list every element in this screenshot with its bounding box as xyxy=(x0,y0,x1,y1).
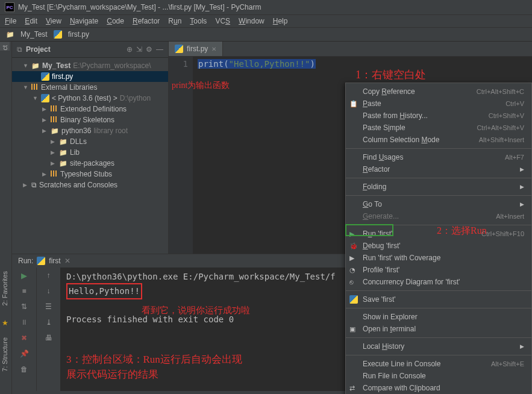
scroll-end-icon[interactable]: ⤓ xyxy=(43,317,54,328)
menu-run[interactable]: Run xyxy=(168,17,181,25)
context-menu-item[interactable]: ▶Run 'first'Ctrl+Shift+F10 xyxy=(346,228,531,240)
scroll-from-source-icon[interactable]: ⊕ xyxy=(127,45,133,54)
menu-item-label: Go To xyxy=(363,200,382,208)
close-tab-icon[interactable]: ✕ xyxy=(211,46,216,52)
menu-item-label: Run 'first' xyxy=(363,230,392,238)
context-menu-item[interactable]: Paste SimpleCtrl+Alt+Shift+V xyxy=(346,122,531,134)
tree-external-libraries[interactable]: ▼ External Libraries xyxy=(12,82,168,93)
project-view-icon[interactable]: ⧉ xyxy=(17,45,22,54)
folder-icon xyxy=(51,127,59,135)
window-title: My_Test [E:\Pycharm_workspace\My_Test] -… xyxy=(18,3,261,11)
context-menu-item[interactable]: Run File in Console xyxy=(346,370,531,382)
menu-item-icon: 🐞 xyxy=(349,242,358,250)
print-icon[interactable]: 🖶 xyxy=(43,333,54,343)
context-menu-item[interactable]: Paste from History...Ctrl+Shift+V xyxy=(346,110,531,122)
folder-icon xyxy=(59,148,67,157)
context-menu-separator xyxy=(346,308,531,308)
editor-tab-first[interactable]: first.py ✕ xyxy=(169,42,223,56)
rerun-icon[interactable]: ▶ xyxy=(19,270,30,281)
context-menu-item[interactable]: Refactor▶ xyxy=(346,163,531,175)
context-menu-item[interactable]: Local History▶ xyxy=(346,340,531,352)
context-menu-item[interactable]: ⇄Compare with Clipboard xyxy=(346,382,531,394)
run-toolbar-left: ▶ ■ ⇅ ⏸ ✖ 📌 🗑 xyxy=(12,265,36,391)
context-menu-item[interactable]: Find UsagesAlt+F7 xyxy=(346,151,531,163)
tree-python-env[interactable]: ▼ < Python 3.6 (test) > D:\python xyxy=(12,93,168,104)
menu-item-shortcut: Ctrl+Alt+Shift+C xyxy=(477,88,524,95)
context-menu-item[interactable]: 📋PasteCtrl+V xyxy=(346,98,531,110)
menu-item-label: Copy Reference xyxy=(363,87,415,96)
menu-file[interactable]: File xyxy=(5,17,16,25)
context-menu-item[interactable]: Go To▶ xyxy=(346,198,531,210)
menu-item-label: Execute Line in Console xyxy=(363,360,440,368)
context-menu-item[interactable]: Save 'first' xyxy=(346,293,531,305)
menu-vcs[interactable]: VCS xyxy=(215,17,230,25)
menu-edit[interactable]: Edit xyxy=(25,17,37,25)
menu-navigate[interactable]: Navigate xyxy=(70,17,98,25)
menu-item-label: Run 'first' with Coverage xyxy=(363,254,440,262)
pause-icon[interactable]: ⏸ xyxy=(19,317,30,328)
breadcrumb-project[interactable]: My_Test xyxy=(20,30,48,39)
stop-icon[interactable]: ■ xyxy=(19,286,30,296)
editor-tab-label: first.py xyxy=(187,45,208,53)
hide-icon[interactable]: — xyxy=(156,45,163,54)
tree-file-first[interactable]: first.py xyxy=(12,71,168,82)
trash-icon[interactable]: 🗑 xyxy=(19,364,30,375)
tree-item[interactable]: ▶ site-packages xyxy=(12,158,168,169)
tree-item[interactable]: ▶ DLLs xyxy=(12,136,168,147)
context-menu-item[interactable]: ▶Run 'first' with Coverage xyxy=(346,252,531,264)
tree-item[interactable]: ▶ Binary Skeletons xyxy=(12,114,168,125)
context-menu-item[interactable]: Column Selection ModeAlt+Shift+Insert xyxy=(346,134,531,146)
close-run-tab-icon[interactable]: ✕ xyxy=(64,257,70,265)
context-menu-item[interactable]: ◔Profile 'first' xyxy=(346,264,531,276)
library-icon xyxy=(51,105,58,113)
context-menu-item[interactable]: Copy ReferenceCtrl+Alt+Shift+C xyxy=(346,86,531,98)
menu-help[interactable]: Help xyxy=(273,17,288,25)
library-icon xyxy=(51,170,58,178)
context-menu-separator xyxy=(346,195,531,196)
down-icon[interactable]: ↓ xyxy=(43,286,54,296)
menu-refactor[interactable]: Refactor xyxy=(133,17,160,25)
run-toolbar-left2: ↑ ↓ ☰ ⤓ 🖶 xyxy=(36,265,60,391)
context-menu-item[interactable]: Execute Line in ConsoleAlt+Shift+E xyxy=(346,358,531,370)
submenu-arrow-icon: ▶ xyxy=(520,166,524,172)
context-menu-item[interactable]: ▣Open in terminal xyxy=(346,323,531,335)
run-tab-name[interactable]: first xyxy=(49,257,60,265)
tree-item[interactable]: ▶ Extended Definitions xyxy=(12,104,168,114)
menu-window[interactable]: Window xyxy=(239,17,264,25)
menu-item-shortcut: Alt+F7 xyxy=(505,154,524,161)
menu-code[interactable]: Code xyxy=(107,17,124,25)
context-menu-separator xyxy=(346,225,531,225)
menu-item-label: Refactor xyxy=(363,165,390,174)
context-menu-item[interactable]: ⎋Concurrency Diagram for 'first' xyxy=(346,276,531,288)
settings-gear-icon[interactable]: ⚙ xyxy=(146,45,152,54)
breadcrumb-file[interactable]: first.py xyxy=(68,30,89,39)
tree-root[interactable]: ▼ My_Test E:\Pycharm_workspace\ xyxy=(12,60,168,71)
menu-tools[interactable]: Tools xyxy=(190,17,207,25)
breadcrumb: My_Test first.py xyxy=(0,28,532,42)
tree-item[interactable]: ▶ Typeshed Stubs xyxy=(12,169,168,180)
context-menu-separator xyxy=(346,337,531,338)
context-menu: Copy ReferenceCtrl+Alt+Shift+C📋PasteCtrl… xyxy=(345,83,532,394)
folder-icon xyxy=(31,61,40,70)
close-icon[interactable]: ✖ xyxy=(19,333,30,343)
context-menu-item[interactable]: Show in Explorer xyxy=(346,311,531,323)
menu-view[interactable]: View xyxy=(46,17,61,25)
up-icon[interactable]: ↑ xyxy=(43,270,54,281)
context-menu-item[interactable]: Folding▶ xyxy=(346,181,531,193)
sidetab-favorites[interactable]: 2: Favorites xyxy=(0,267,10,309)
context-menu-item[interactable]: Generate...Alt+Insert xyxy=(346,210,531,222)
menu-item-label: Profile 'first' xyxy=(363,266,399,274)
tree-scratches[interactable]: ▶⧉ Scratches and Consoles xyxy=(12,180,168,190)
context-menu-item[interactable]: 🐞Debug 'first' xyxy=(346,240,531,252)
tree-item[interactable]: ▶ Lib xyxy=(12,147,168,158)
pin-icon[interactable]: 📌 xyxy=(19,348,30,359)
sidetab-structure[interactable]: 7: Structure xyxy=(0,334,10,375)
soft-wrap-icon[interactable]: ☰ xyxy=(43,301,54,312)
python-env-icon xyxy=(41,94,49,102)
toggle-icon[interactable]: ⇅ xyxy=(19,301,30,312)
collapse-all-icon[interactable]: ⇲ xyxy=(136,45,142,54)
project-pane-title[interactable]: Project xyxy=(26,45,123,54)
editor-gutter: 1 xyxy=(169,57,193,264)
tree-item[interactable]: ▶ python36 library root xyxy=(12,125,168,136)
menu-item-shortcut: Ctrl+Shift+F10 xyxy=(481,230,524,237)
